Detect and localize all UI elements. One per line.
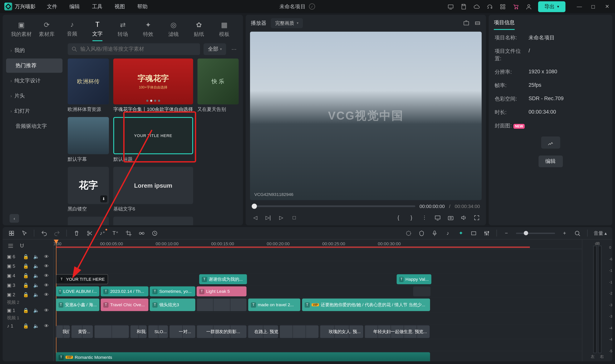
download-icon[interactable]: ⬇ [100,195,107,202]
track-row[interactable]: T安崽&小鑫 / 海...TTravel Chic Ove...T镜头炫光3Tm… [54,298,582,312]
category-item[interactable]: 我的 [6,43,63,58]
track-header[interactable]: ▣ 2🔒🔈👁 [3,290,54,299]
clip[interactable]: T谢谢你成为我的... [199,274,247,284]
clip[interactable]: TTravel Chic Ove... [101,299,148,311]
mute-icon[interactable]: 🔈 [33,253,39,260]
settings-dots-icon[interactable]: ⋮ [421,214,428,221]
clip[interactable] [94,325,129,338]
mute-icon[interactable]: 🔈 [33,307,39,314]
asset-card[interactable]: Lorem ipsum基础文字6 [113,167,193,212]
ratio-icon[interactable] [471,230,477,237]
hero-banner[interactable]: 字魂花字100+字体自由选择字魂花字合集丨100余款字体自由选择 [113,59,193,113]
mute-icon[interactable]: 🔈 [33,272,39,279]
undo-icon[interactable] [40,230,47,237]
lock-icon[interactable]: 🔒 [23,272,29,279]
mute-icon[interactable]: 🔈 [33,322,39,329]
cloud-icon[interactable] [473,3,480,10]
lock-icon[interactable]: 🔒 [23,307,29,314]
mic-icon[interactable] [431,230,438,237]
media-tab-template[interactable]: ▦模板 [212,18,237,41]
export-button[interactable]: 导出 [538,1,565,12]
clip[interactable] [413,286,431,297]
preview-viewport[interactable]: VCG视觉中国 VCG42N931182946 [250,32,482,200]
account-icon[interactable] [525,3,532,10]
clip[interactable]: T2023.02.14 / Th... [101,286,148,297]
redo-icon[interactable] [54,230,60,237]
volume-icon[interactable] [460,214,467,221]
delete-icon[interactable] [73,230,80,237]
magnet-icon[interactable] [18,242,25,249]
timeline-ruler[interactable]: 00:0000:00:05:0000:00:10:0000:00:15:0000… [54,240,582,249]
clip[interactable]: TVIPRomantic Moments [56,352,430,361]
menu-edit[interactable]: 编辑 [69,3,80,10]
menu-file[interactable]: 文件 [47,3,57,10]
text-tool-icon[interactable]: T⁺ [112,230,119,237]
clip[interactable]: T一群朋友的剪影... [196,325,247,338]
search-input[interactable]: 输入风格/用途等搜文字素材 [68,43,200,55]
clip[interactable]: TYOUR TITLE HERE [56,274,108,284]
visibility-icon[interactable]: 👁 [44,322,49,329]
media-tab-filter[interactable]: ◎滤镜 [161,18,186,41]
crop-icon[interactable] [125,230,132,237]
clip[interactable]: TSLO... [148,325,168,338]
media-tab-transition[interactable]: ⇄转场 [110,18,136,41]
clip[interactable]: TLOVE ALBUM /... [56,286,99,297]
split-icon[interactable] [86,230,93,237]
clip[interactable]: T安崽&小鑫 / 海... [56,299,99,311]
track-header[interactable]: ▣ 6🔒🔈👁 [3,252,54,261]
category-item[interactable]: 热门推荐 [6,59,63,73]
track-row[interactable]: TYOUR TITLE HERET谢谢你成为我的...THappy Val... [54,273,582,286]
zoom-slider[interactable] [516,232,555,234]
info-tab[interactable]: 项目信息 [489,15,613,30]
play-pause-icon[interactable]: ▷| [265,214,272,221]
track-header[interactable]: ♪ 1🔒🔈👁 [3,321,54,331]
clip[interactable]: T黄昏... [71,325,93,338]
visibility-icon[interactable]: 👁 [44,307,49,314]
stop-icon[interactable]: □ [291,214,298,221]
layout-icon[interactable] [8,230,15,237]
visibility-icon[interactable]: 👁 [44,253,49,260]
track-header[interactable]: ▣ 5🔒🔈👁 [3,261,54,271]
clip[interactable]: TLight Leak 5 [196,286,247,297]
track-row[interactable]: T我们T黄昏...T和我...TSLO...T一对...T一群朋友的剪影...T… [54,325,582,339]
mark-in-icon[interactable]: { [395,214,402,221]
save-icon[interactable] [460,3,467,10]
window-minimize-icon[interactable]: — [576,3,583,10]
asset-card[interactable]: 默认字幕 [68,117,109,163]
more-icon[interactable]: ⋯ [229,44,238,54]
visibility-icon[interactable]: 👁 [44,272,49,279]
window-maximize-icon[interactable]: ◻ [590,3,597,10]
speed-icon[interactable] [151,230,158,237]
track-row[interactable]: TLOVE ALBUM /...T2023.02.14 / Th...TSome… [54,286,582,298]
mark-out-icon[interactable]: } [408,214,415,221]
audio-beat-icon[interactable]: ♪⁺ [99,230,106,237]
media-tab-cloud[interactable]: ⟳素材库 [34,18,59,41]
fullscreen-icon[interactable] [473,214,480,221]
cover-thumbnail[interactable] [541,136,560,148]
clip[interactable]: T我们 [56,325,70,338]
play-icon[interactable]: ▷ [278,214,285,221]
clip[interactable]: T玫瑰的女人. 预... [320,325,363,338]
mute-icon[interactable]: 🔈 [33,291,39,298]
visibility-icon[interactable]: 👁 [44,262,49,269]
track-header[interactable]: ▣ 3🔒🔈👁 [3,280,54,290]
mixer-icon[interactable] [483,230,490,237]
lock-icon[interactable]: 🔒 [23,282,29,289]
link-icon[interactable] [138,230,145,237]
snapshot-icon[interactable] [462,20,470,27]
headset-icon[interactable] [486,3,493,10]
compare-icon[interactable] [474,20,481,27]
lock-icon[interactable]: 🔒 [23,291,29,298]
clip[interactable]: T在路上. 预览... [248,325,278,338]
clip[interactable] [280,325,319,338]
category-item[interactable]: 幻灯片 [6,104,63,118]
clip[interactable]: TSometimes, yo... [150,286,195,297]
pointer-icon[interactable] [21,230,28,237]
prev-frame-icon[interactable]: ◁ [252,214,259,221]
category-item[interactable]: 音频驱动文字 [6,119,63,133]
clip[interactable]: Tmade on travel 2... [248,299,300,311]
apps-icon[interactable] [499,3,506,10]
menu-help[interactable]: 帮助 [137,3,148,10]
marker-icon[interactable] [419,230,425,237]
clip[interactable]: T和我... [130,325,147,338]
